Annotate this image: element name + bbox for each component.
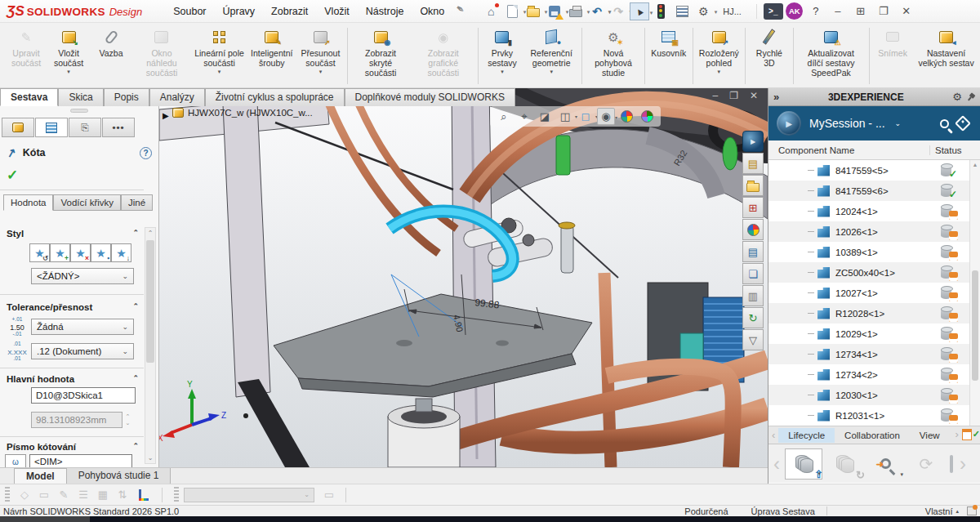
tab-model[interactable]: Model [15,468,67,484]
table-row[interactable]: 8417559<5> [768,160,980,181]
edit-appearance-icon[interactable] [617,108,635,125]
instant-3d-button[interactable]: Rychlé 3D [748,25,791,87]
avatar[interactable]: AK [785,2,804,20]
zoom-fit-icon[interactable]: ⌕ [495,108,513,125]
tab-markup[interactable]: Popis [104,88,149,106]
library-icon[interactable]: ▥ [742,285,764,306]
table-row[interactable]: 12734<1> [768,344,980,364]
motion-tool-icon[interactable]: ▭ [319,489,339,501]
open-document-icon[interactable] [523,2,543,20]
tab-value[interactable]: Hodnota [3,194,53,211]
new-motion-study-button[interactable]: ⚙✶Nová pohybová studie [585,25,642,87]
new-document-icon[interactable] [502,2,522,20]
collapse-chevrons-icon[interactable]: » [773,91,779,103]
menu-view[interactable]: Zobrazit [263,2,316,20]
save-style-button[interactable]: ★▪ [91,243,111,262]
component-preview-window-button[interactable]: Okno náhledu součásti [132,25,191,87]
precision-dropdown[interactable]: .12 (Dokument)⌄ [31,343,134,359]
save-icon[interactable] [545,2,564,20]
home-icon[interactable]: ⌂ [481,2,501,20]
motion-tool-icon[interactable]: ✎ [54,489,74,501]
design-table-icon[interactable]: ⊞ [742,197,764,218]
tab-leaders[interactable]: Vodící křivky [53,194,121,211]
tabs-scroll-left-icon[interactable]: ‹ [768,429,778,441]
simulation-flask-icon[interactable]: ▽ [742,329,764,350]
section-view-icon[interactable]: ◪ [536,108,554,125]
select-cursor-icon[interactable]: ▲ [630,2,649,20]
configuration-selector[interactable]: Vlastní ▴ [925,506,967,516]
primary-value-section-header[interactable]: Hlavní hodnota⌃ [7,374,139,384]
3dexperience-compass-icon[interactable] [742,131,764,152]
drag-handle[interactable] [174,487,179,503]
tab-addins[interactable]: Doplňkové moduly SOLIDWORKS [345,88,515,106]
tabs-scroll-right-icon[interactable]: › [951,428,961,440]
move-component-button[interactable]: ➚Přesunout součást▾ [296,25,345,87]
sync-button[interactable]: ⟳ [907,448,945,480]
delete-style-button[interactable]: ★× [70,243,91,262]
edit-component-button[interactable]: ✎Upravit součást [5,25,47,87]
show-graphics-components-button[interactable]: ◉Zobrazit grafické součásti [411,25,475,87]
toolbar-scroll-left-icon[interactable]: ‹ [772,454,782,474]
smart-fasteners-button[interactable]: ✎Inteligentní šrouby [247,25,296,87]
table-row[interactable]: 12026<1> [768,221,980,242]
update-part-icon[interactable]: ↻ [742,307,764,328]
style-dropdown[interactable]: <ŽÁDNÝ>⌄ [31,268,134,284]
tab-view[interactable]: View [910,428,950,443]
restore-button[interactable]: ❐ [873,5,894,17]
tab-other[interactable]: Jiné [121,194,153,211]
settings-gear-icon[interactable]: ⚙ [693,2,713,20]
motion-tool-icon[interactable]: ⇅ [113,489,132,501]
child-close-button[interactable]: ✕ [750,90,758,101]
assembly-features-button[interactable]: ▮Prvky sestavy▾ [481,25,523,87]
list-scrollbar[interactable]: ▲ [969,160,980,426]
pin-icon[interactable] [965,91,977,102]
graphics-viewport[interactable]: 99.88 4.90 R32 Y X Z ▶ HJWX07C_w (HJWX10… [159,88,768,467]
property-manager-tab[interactable] [35,118,68,137]
layer-properties-icon[interactable] [137,489,150,501]
tab-sketch[interactable]: Skica [58,88,103,106]
folder-icon[interactable] [742,175,764,196]
tab-motion-study[interactable]: Pohybová studie 1 [67,468,172,484]
comments-icon[interactable]: ❏ [742,263,764,284]
tab-assembly[interactable]: Sestava [0,88,58,106]
style-section-header[interactable]: Styl⌃ [7,229,139,239]
table-row[interactable]: 10389<1> [768,242,980,262]
bill-of-materials-button[interactable]: ▣Kusovník [648,25,690,87]
menu-tools[interactable]: Nástroje [358,2,412,20]
menu-edit[interactable]: Úpravy [215,2,264,20]
tab-evaluate[interactable]: Analýzy [149,88,205,106]
custom-properties-icon[interactable]: ▤ [742,241,764,262]
session-label[interactable]: MySession - ... [809,117,885,130]
undo-icon[interactable]: ↶ [587,2,607,20]
tab-lifecycle[interactable]: Lifecycle [778,428,835,443]
load-style-button[interactable]: ★↓ [111,243,131,262]
more-tabs-button[interactable]: ••• [102,118,135,137]
search-icon[interactable] [940,119,949,128]
toolbar-scroll-right-icon[interactable]: › [958,454,968,474]
display-style-icon[interactable]: ◻▾ [577,108,595,125]
motion-tool-icon[interactable]: ◇ [15,489,34,501]
reference-geometry-button[interactable]: ●Referenční geometrie▾ [523,25,579,87]
mate-button[interactable]: Vazba [90,25,132,87]
hide-show-items-icon[interactable]: ◉▾ [597,108,615,125]
table-row[interactable]: 12029<1> [768,323,980,344]
3dexperience-launcher-icon[interactable]: >_ [764,2,783,20]
redo-icon[interactable]: ↷ [608,2,628,20]
feature-manager-tab[interactable] [2,118,34,137]
minimize-button[interactable]: – [827,5,849,17]
update-speedpak-button[interactable]: ⚠Aktualizovat dílčí sestavy SpeedPak [796,25,866,87]
disabled-dropdown[interactable]: ⌄ [184,488,314,502]
zoom-area-icon[interactable]: ⌖ [515,108,533,125]
view-orientation-icon[interactable]: ◫▾ [556,108,574,125]
print-icon[interactable] [566,2,586,20]
options-list-icon[interactable] [672,2,692,20]
document-status-icon[interactable] [967,506,977,515]
menu-insert[interactable]: Vložit [316,2,358,20]
close-button[interactable]: ✕ [896,5,917,17]
panel-scrollbar[interactable]: ⌃ ⌄ [145,227,156,464]
document-tab[interactable]: HJWX07C_w (HJWX10C_w... [172,108,313,118]
motion-tool-icon[interactable]: ▭ [34,489,54,501]
flyout-tree-arrow-icon[interactable]: ▶ [163,111,169,120]
tag-icon[interactable] [955,115,971,132]
component-properties-icon[interactable]: ▤ [742,153,764,174]
